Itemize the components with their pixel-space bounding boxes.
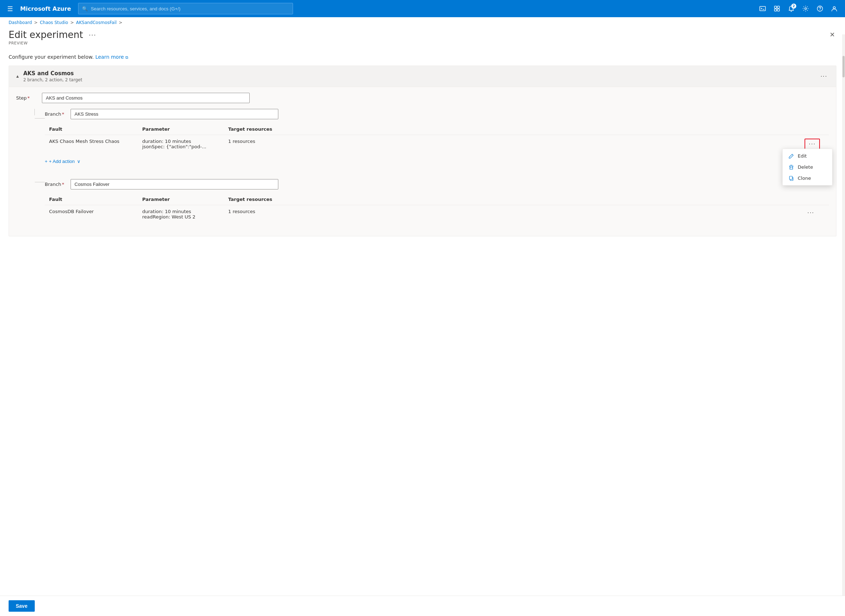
- scrollbar-track: [842, 34, 845, 616]
- branch-2-content: Branch* Fault Parameter Target resources: [45, 179, 829, 227]
- branch-2-label: Branch*: [45, 182, 66, 187]
- scrollbar-thumb[interactable]: [842, 56, 845, 77]
- context-menu: Edit Delete: [782, 149, 832, 186]
- learn-more-link[interactable]: Learn more ⧉: [95, 54, 128, 60]
- fault-param-line-3: duration: 10 minutes: [142, 209, 220, 214]
- svg-point-9: [833, 7, 835, 9]
- delete-icon: [788, 165, 794, 170]
- configure-text: Configure your experiment below.: [9, 54, 94, 60]
- settings-icon[interactable]: [799, 2, 812, 15]
- page-header: Edit experiment ··· PREVIEW ✕: [0, 28, 845, 51]
- step-title: AKS and Cosmos: [23, 70, 82, 77]
- fault-table-2-header: Fault Parameter Target resources: [45, 194, 829, 205]
- fault-targets-2: 1 resources: [224, 205, 800, 223]
- fault-table-2: Fault Parameter Target resources CosmosD…: [45, 194, 829, 223]
- breadcrumb-dashboard[interactable]: Dashboard: [9, 20, 32, 25]
- close-button[interactable]: ✕: [828, 29, 836, 40]
- page-title-area: Edit experiment ··· PREVIEW: [9, 29, 98, 45]
- breadcrumb-sep-1: >: [34, 20, 38, 25]
- notifications-icon[interactable]: 2: [785, 2, 798, 15]
- branch-1-input[interactable]: [70, 109, 278, 119]
- fault-name-1: AKS Chaos Mesh Stress Chaos: [45, 135, 138, 153]
- menu-item-edit[interactable]: Edit: [783, 150, 832, 161]
- profile-icon[interactable]: [828, 2, 841, 15]
- col-target-1: Target resources: [224, 123, 800, 135]
- step-subtitle: 2 branch, 2 action, 2 target: [23, 77, 82, 82]
- fault-more-button-1[interactable]: ···: [804, 139, 820, 150]
- branch-1-label: Branch*: [45, 111, 66, 117]
- h-line-2: [35, 182, 45, 182]
- breadcrumb-experiment[interactable]: AKSandCosmosFail: [76, 20, 116, 25]
- branch-1-field-row: Branch*: [45, 109, 829, 119]
- save-button[interactable]: Save: [9, 600, 35, 612]
- col-actions-2: [800, 194, 829, 205]
- topbar-icons: 2: [756, 2, 841, 15]
- experiment-area: ▲ AKS and Cosmos 2 branch, 2 action, 2 t…: [0, 66, 845, 616]
- branch-cosmos-row: Branch* Fault Parameter Target resources: [16, 179, 829, 227]
- add-action-label-1: + Add action: [49, 158, 75, 164]
- save-bar: Save: [0, 595, 845, 616]
- fault-targets-1: 1 resources: [224, 135, 800, 153]
- chevron-down-icon: ∨: [77, 158, 81, 164]
- menu-delete-label: Delete: [798, 164, 813, 170]
- branch-aks-row: Branch* Fault Parameter Target resources: [16, 109, 829, 167]
- fault-row-actions-1: ··· Edit: [800, 135, 829, 153]
- clone-icon: [788, 176, 794, 181]
- page-title-text: Edit experiment: [9, 29, 83, 40]
- hamburger-button[interactable]: ☰: [4, 4, 16, 14]
- fault-param-line-1: duration: 10 minutes: [142, 139, 220, 144]
- fault-table-2-body: CosmosDB Failover duration: 10 minutes r…: [45, 205, 829, 223]
- table-row: CosmosDB Failover duration: 10 minutes r…: [45, 205, 829, 223]
- menu-item-clone[interactable]: Clone: [783, 173, 832, 184]
- step-header-actions: ···: [818, 72, 830, 80]
- fault-params-2: duration: 10 minutes readRegion: West US…: [138, 205, 224, 223]
- fault-table-1-header: Fault Parameter Target resources: [45, 123, 829, 135]
- fault-name-2: CosmosDB Failover: [45, 205, 138, 223]
- h-connector-1: [35, 115, 45, 121]
- fault-row-actions-2: ···: [800, 205, 829, 223]
- page-container: Dashboard > Chaos Studio > AKSandCosmosF…: [0, 17, 845, 616]
- step-more-button[interactable]: ···: [818, 72, 830, 80]
- table-row: AKS Chaos Mesh Stress Chaos duration: 10…: [45, 135, 829, 153]
- add-action-button-1[interactable]: + + Add action ∨: [45, 157, 81, 166]
- page-more-button[interactable]: ···: [87, 31, 98, 40]
- svg-rect-0: [760, 6, 766, 11]
- fault-more-button-2[interactable]: ···: [804, 209, 817, 217]
- page-title: Edit experiment ···: [9, 29, 98, 40]
- svg-rect-14: [789, 176, 792, 179]
- required-indicator-2: *: [62, 111, 65, 117]
- branch-2-input[interactable]: [70, 179, 278, 189]
- menu-edit-label: Edit: [798, 153, 807, 158]
- fault-param-line-4: readRegion: West US 2: [142, 214, 220, 220]
- add-icon: +: [45, 158, 48, 164]
- branch-2-more-area: ···: [16, 170, 829, 177]
- search-input[interactable]: [91, 6, 289, 12]
- step-card: ▲ AKS and Cosmos 2 branch, 2 action, 2 t…: [9, 66, 836, 236]
- breadcrumb-chaos-studio[interactable]: Chaos Studio: [40, 20, 68, 25]
- step-field-input[interactable]: [42, 93, 250, 103]
- help-icon[interactable]: [813, 2, 826, 15]
- menu-item-delete[interactable]: Delete: [783, 161, 832, 173]
- h-line-1: [35, 118, 45, 119]
- required-indicator-3: *: [62, 182, 65, 187]
- step-body: Step*: [9, 87, 836, 236]
- search-icon: 🔍: [82, 6, 88, 12]
- step-field-row: Step*: [16, 93, 829, 103]
- edit-icon: [788, 154, 794, 158]
- terminal-icon[interactable]: [756, 2, 769, 15]
- portal-menu-icon[interactable]: [770, 2, 783, 15]
- breadcrumb-sep-3: >: [119, 20, 123, 25]
- col-fault-2: Fault: [45, 194, 138, 205]
- branch-connector-2: [16, 179, 45, 185]
- fault-param-line-2: jsonSpec: {"action":"pod-...: [142, 144, 220, 150]
- col-actions-1: [800, 123, 829, 135]
- info-bar: Configure your experiment below. Learn m…: [0, 51, 845, 66]
- menu-clone-label: Clone: [798, 176, 811, 181]
- search-bar: 🔍: [78, 3, 293, 14]
- v-line-1: [34, 109, 35, 115]
- branch-connector-1: [16, 109, 45, 121]
- page-subtitle: PREVIEW: [9, 41, 98, 45]
- hamburger-icon: ☰: [7, 5, 13, 13]
- step-collapse-button[interactable]: ▲: [15, 73, 21, 79]
- breadcrumb-sep-2: >: [70, 20, 74, 25]
